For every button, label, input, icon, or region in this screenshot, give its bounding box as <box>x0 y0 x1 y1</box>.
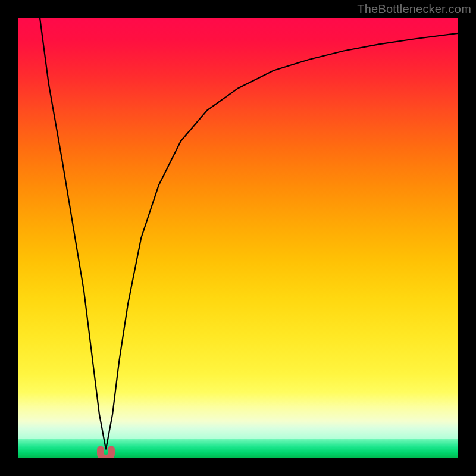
chart-frame: TheBottlenecker.com <box>0 0 476 476</box>
plot-area <box>18 18 458 458</box>
curve-path <box>40 18 458 449</box>
min-marker <box>101 449 111 458</box>
bottleneck-curve <box>18 18 458 458</box>
watermark-credit: TheBottlenecker.com <box>357 2 471 16</box>
